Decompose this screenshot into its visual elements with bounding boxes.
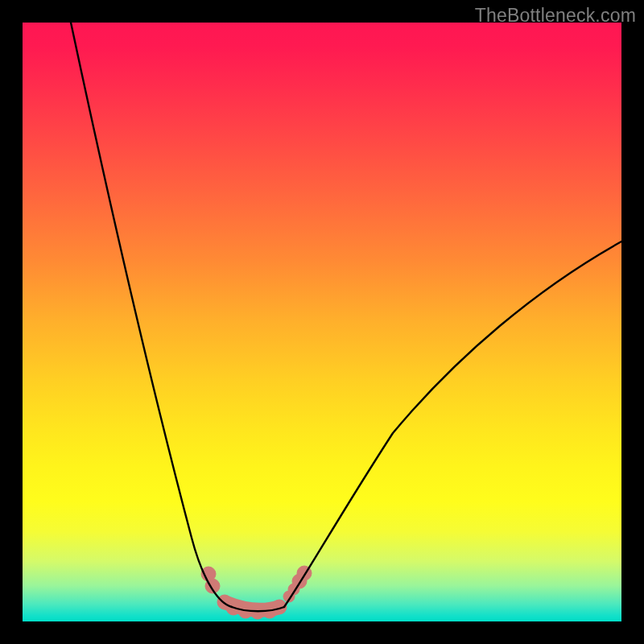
plot-area xyxy=(23,23,621,621)
curves-svg xyxy=(23,23,621,621)
chart-frame: TheBottleneck.com xyxy=(0,0,644,644)
curve-left-branch xyxy=(71,23,232,607)
curve-right-branch xyxy=(284,242,621,607)
